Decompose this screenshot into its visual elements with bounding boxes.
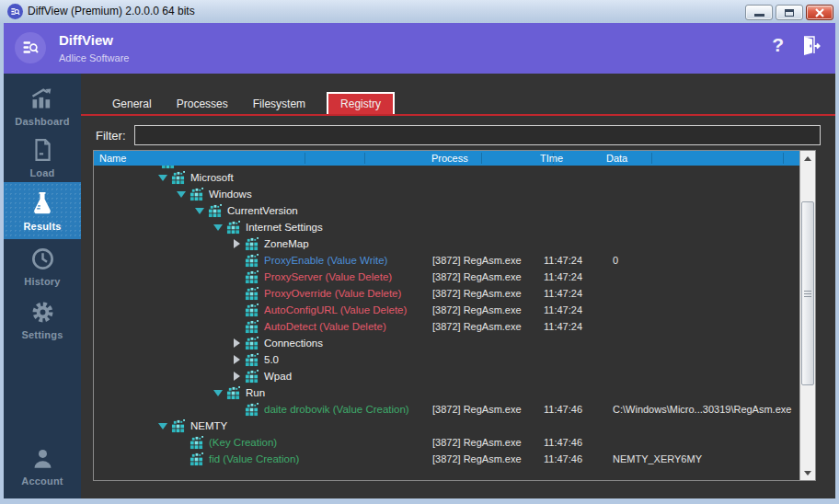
- table-header: Name Process TIme Data: [94, 151, 799, 166]
- table-row[interactable]: fid (Value Creation)[3872] RegAsm.exe11:…: [94, 451, 799, 467]
- row-time: 11:47:24: [544, 252, 582, 269]
- tab-registry[interactable]: Registry: [327, 92, 395, 115]
- filter-row: Filter:: [96, 125, 821, 145]
- table-row[interactable]: 5.0: [94, 351, 799, 368]
- app-title: DiffView: [59, 32, 113, 48]
- app-window: DiffView (Premium) 2.0.0.0 64 bits Diff: [0, 0, 839, 504]
- row-process: [3872] RegAsm.exe: [432, 252, 522, 269]
- sidebar-item-label: Settings: [22, 329, 63, 340]
- table-row[interactable]: Microsoft: [94, 169, 799, 186]
- sidebar-item-load[interactable]: Load: [4, 132, 81, 182]
- row-name: ProxyEnable (Value Write): [264, 255, 387, 266]
- app-header: DiffView Adlice Software ?: [4, 23, 835, 74]
- tab-processes[interactable]: Processes: [173, 94, 232, 114]
- collapse-toggle-expanded[interactable]: [175, 188, 188, 200]
- window-title: DiffView (Premium) 2.0.0.0 64 bits: [28, 0, 195, 23]
- registry-key-icon: [245, 237, 259, 251]
- filter-label: Filter:: [96, 129, 126, 143]
- row-process: [3872] RegAsm.exe: [432, 302, 522, 318]
- app-taskbar-icon: [7, 4, 23, 19]
- exit-door-icon: [799, 35, 821, 57]
- close-button[interactable]: [806, 5, 833, 20]
- table-row[interactable]: ProxyOverride (Value Delete)[3872] RegAs…: [94, 285, 799, 302]
- vertical-scrollbar[interactable]: [799, 151, 815, 480]
- table-row[interactable]: ProxyEnable (Value Write)[3872] RegAsm.e…: [94, 252, 799, 269]
- app-subtitle: Adlice Software: [59, 52, 129, 63]
- table-row[interactable]: AutoConfigURL (Value Delete)[3872] RegAs…: [94, 302, 799, 318]
- collapse-toggle-expanded[interactable]: [156, 419, 169, 432]
- registry-key-icon: [245, 304, 259, 317]
- load-icon: [29, 136, 56, 164]
- table-row[interactable]: ProxyServer (Value Delete)[3872] RegAsm.…: [94, 269, 799, 285]
- table-row[interactable]: ZoneMap: [94, 235, 799, 252]
- expand-toggle-collapsed[interactable]: [230, 353, 243, 366]
- registry-key-icon: [190, 452, 203, 466]
- table-row[interactable]: AutoDetect (Value Delete)[3872] RegAsm.e…: [94, 318, 799, 335]
- row-name: ProxyOverride (Value Delete): [264, 288, 401, 299]
- table-row[interactable]: daite drobovik (Value Creation)[3872] Re…: [94, 401, 799, 418]
- table-row[interactable]: (Key Creation)[3872] RegAsm.exe11:47:46: [94, 434, 799, 451]
- scroll-down-icon: [804, 471, 811, 475]
- scroll-up-button[interactable]: [800, 151, 815, 166]
- minimize-button[interactable]: [745, 5, 773, 20]
- tab-filesystem[interactable]: Filesystem: [249, 94, 309, 114]
- sidebar-item-account[interactable]: Account: [4, 436, 81, 495]
- table-row[interactable]: Run: [94, 384, 799, 401]
- collapse-toggle-expanded[interactable]: [212, 221, 224, 234]
- table-row[interactable]: NEMTY: [94, 418, 799, 434]
- table-row[interactable]: CurrentVersion: [94, 202, 799, 219]
- maximize-button[interactable]: [776, 5, 803, 20]
- row-name: Wpad: [264, 371, 292, 382]
- sidebar-item-results[interactable]: Results: [4, 182, 81, 239]
- column-header-process[interactable]: Process: [431, 151, 468, 166]
- dashboard-icon: [29, 85, 56, 112]
- column-header-name[interactable]: Name: [99, 151, 126, 166]
- tree-indent-spacer: [230, 287, 243, 300]
- sidebar-item-label: Results: [23, 221, 61, 232]
- scrollbar-thumb[interactable]: [801, 201, 814, 385]
- collapse-toggle-expanded[interactable]: [193, 204, 206, 217]
- expand-toggle-collapsed[interactable]: [230, 370, 243, 383]
- registry-key-icon: [245, 353, 259, 367]
- sidebar-item-history[interactable]: History: [4, 239, 81, 292]
- scroll-down-button[interactable]: [800, 465, 815, 480]
- collapse-toggle-expanded[interactable]: [156, 171, 169, 184]
- help-button[interactable]: ?: [772, 34, 784, 56]
- sidebar-item-settings[interactable]: Settings: [4, 292, 81, 346]
- row-time: 11:47:24: [544, 269, 582, 285]
- column-header-time[interactable]: TIme: [540, 151, 563, 166]
- registry-tree-table: Name Process TIme Data MicrosoftWindowsC…: [93, 150, 816, 481]
- row-name: ProxyServer (Value Delete): [264, 271, 392, 282]
- expand-toggle-collapsed[interactable]: [230, 237, 243, 250]
- close-icon: [814, 8, 825, 17]
- registry-key-icon: [245, 287, 259, 301]
- table-row[interactable]: Connections: [94, 335, 799, 351]
- registry-key-icon: [208, 204, 222, 218]
- minimize-icon: [754, 14, 764, 17]
- registry-key-icon: [226, 221, 240, 235]
- row-data: C:\Windows\Micro...30319\RegAsm.exe: [613, 401, 791, 418]
- row-time: 11:47:24: [544, 318, 582, 335]
- scroll-up-icon: [804, 156, 811, 161]
- registry-key-icon: [245, 254, 259, 268]
- registry-key-icon: [171, 419, 185, 433]
- exit-button[interactable]: [799, 35, 821, 57]
- sidebar-item-label: Load: [29, 167, 54, 178]
- column-header-data[interactable]: Data: [606, 151, 627, 166]
- collapse-toggle-expanded[interactable]: [212, 386, 224, 399]
- table-row[interactable]: Windows: [94, 186, 799, 202]
- registry-key-icon: [245, 337, 259, 350]
- maximize-icon: [785, 9, 794, 17]
- results-flask-icon: [29, 189, 56, 217]
- expand-toggle-collapsed[interactable]: [230, 337, 243, 349]
- table-row[interactable]: Internet Settings: [94, 219, 799, 235]
- registry-key-icon: [226, 386, 240, 400]
- tab-underline: [81, 114, 835, 116]
- table-row[interactable]: Wpad: [94, 368, 799, 384]
- filter-input[interactable]: [134, 125, 822, 145]
- tab-general[interactable]: General: [109, 94, 155, 114]
- tree-indent-spacer: [230, 320, 243, 333]
- sidebar: DashboardLoadResultsHistorySettingsAccou…: [4, 74, 81, 498]
- sidebar-item-dashboard[interactable]: Dashboard: [4, 79, 81, 132]
- row-time: 11:47:24: [544, 285, 582, 302]
